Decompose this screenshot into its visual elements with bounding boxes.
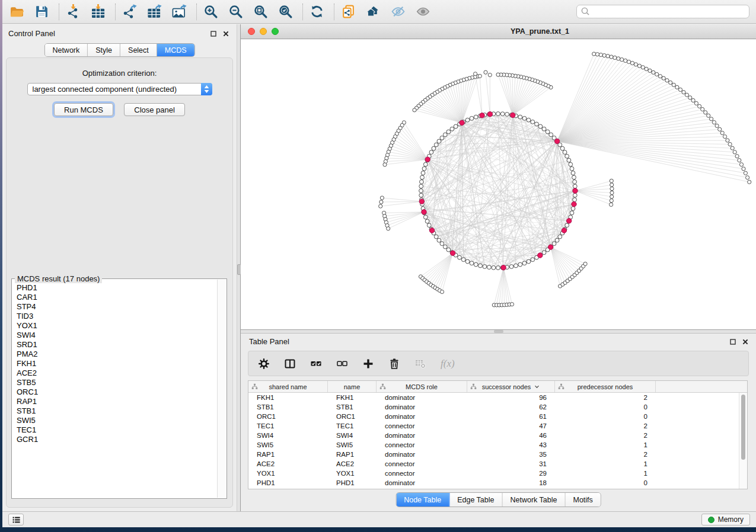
tab-style[interactable]: Style <box>88 44 120 56</box>
mcds-result-item[interactable]: GCR1 <box>17 435 217 444</box>
cell: ACE2 <box>328 459 377 469</box>
network-canvas[interactable] <box>241 40 756 329</box>
mcds-result-item[interactable]: STB5 <box>17 378 217 387</box>
mcds-result-item[interactable]: ACE2 <box>17 368 217 378</box>
table-row[interactable]: YOX1YOX1connector291 <box>248 469 747 478</box>
delete-column-button[interactable] <box>388 358 400 370</box>
table-row[interactable]: FKH1FKH1dominator962 <box>248 393 747 402</box>
table-row[interactable]: ORC1ORC1dominator610 <box>248 412 747 421</box>
table-scrollbar[interactable] <box>739 393 747 489</box>
mcds-result-item[interactable]: TEC1 <box>17 425 217 435</box>
export-table-button[interactable] <box>146 4 162 20</box>
cell: connector <box>377 469 467 478</box>
mcds-result-scrollbar[interactable] <box>217 280 226 498</box>
table-panel: Table Panel f(x) shared namenameMCDS rol… <box>241 334 756 511</box>
import-network-button[interactable] <box>65 4 81 20</box>
table-row[interactable]: TEC1TEC1connector472 <box>248 421 747 431</box>
close-panel-button[interactable]: Close panel <box>124 103 185 116</box>
task-history-button[interactable] <box>8 514 24 525</box>
tab-edge-table[interactable]: Edge Table <box>449 493 502 507</box>
list-icon <box>11 515 21 525</box>
window-close-button[interactable] <box>248 28 255 35</box>
mcds-result-box: MCDS result (17 nodes) PHD1CAR1STP4TID3Y… <box>11 278 227 499</box>
tab-motifs[interactable]: Motifs <box>565 493 600 507</box>
window-minimize-button[interactable] <box>260 28 267 35</box>
cell: SWI4 <box>248 431 328 440</box>
save-session-button[interactable] <box>34 4 50 20</box>
mcds-result-item[interactable]: SRD1 <box>17 340 217 350</box>
float-panel-icon[interactable] <box>210 30 217 37</box>
mcds-result-item[interactable]: SWI4 <box>17 331 217 340</box>
network-window-title: YPA_prune.txt_1 <box>511 27 569 36</box>
run-mcds-button[interactable]: Run MCDS <box>54 103 113 116</box>
memory-button[interactable]: Memory <box>701 514 750 525</box>
table-scrollbar-thumb[interactable] <box>741 395 745 460</box>
tab-node-table[interactable]: Node Table <box>396 493 449 507</box>
window-zoom-button[interactable] <box>272 28 279 35</box>
search-box[interactable] <box>576 5 749 18</box>
cell-filler <box>656 393 747 402</box>
refresh-view-button[interactable] <box>309 4 325 20</box>
show-all-button[interactable] <box>415 4 431 20</box>
attribute-tree-icon <box>251 383 258 390</box>
column-header-successor-nodes[interactable]: successor nodes <box>467 381 555 392</box>
optimization-criterion-select[interactable]: largest connected component (undirected) <box>27 83 212 95</box>
search-input[interactable] <box>591 7 745 17</box>
mcds-result-item[interactable]: STB1 <box>17 406 217 416</box>
new-network-from-selection-button[interactable] <box>340 4 356 20</box>
tab-network[interactable]: Network <box>44 44 88 56</box>
mcds-result-item[interactable]: RAP1 <box>17 397 217 406</box>
zoom-in-button[interactable] <box>203 4 219 20</box>
hide-selected-button[interactable] <box>390 4 406 20</box>
attribute-tree-icon <box>470 383 477 390</box>
column-settings-button[interactable] <box>258 358 270 370</box>
first-neighbors-button[interactable] <box>365 4 381 20</box>
mcds-result-item[interactable]: ORC1 <box>17 387 217 397</box>
mcds-result-item[interactable]: YOX1 <box>17 321 217 331</box>
table-row[interactable]: STB1STB1dominator620 <box>248 402 747 412</box>
mcds-result-item[interactable]: CAR1 <box>17 293 217 302</box>
cell: ORC1 <box>328 412 377 421</box>
vertical-splitter[interactable] <box>237 24 241 511</box>
toolbar-separator <box>59 4 59 20</box>
mcds-result-item[interactable]: FKH1 <box>17 359 217 368</box>
table-row[interactable]: SWI5SWI5connector431 <box>248 440 747 450</box>
table-row[interactable]: RAP1RAP1dominator352 <box>248 450 747 459</box>
export-network-button[interactable] <box>122 4 138 20</box>
close-panel-icon[interactable] <box>742 338 749 345</box>
mcds-result-item[interactable]: STP4 <box>17 302 217 312</box>
float-panel-icon[interactable] <box>729 338 736 345</box>
mcds-result-item[interactable]: PMA2 <box>17 350 217 359</box>
toggle-panel-split-button[interactable] <box>284 358 296 370</box>
table-header-row: shared namenameMCDS rolesuccessor nodesp… <box>248 381 747 393</box>
deselect-all-rows-button[interactable] <box>336 358 348 370</box>
table-row[interactable]: SWI4SWI4dominator462 <box>248 431 747 440</box>
import-table-button[interactable] <box>90 4 106 20</box>
column-header-name[interactable]: name <box>328 381 377 392</box>
column-header-MCDS-role[interactable]: MCDS role <box>377 381 467 392</box>
table-row[interactable]: PHD1PHD1dominator180 <box>248 478 747 488</box>
table-row[interactable]: ACE2ACE2connector311 <box>248 459 747 469</box>
zoom-selected-button[interactable] <box>277 4 294 20</box>
horizontal-splitter[interactable] <box>241 329 756 334</box>
splitter-grip[interactable] <box>494 330 503 333</box>
attribute-tree-icon <box>558 383 564 390</box>
close-panel-icon[interactable] <box>222 30 229 37</box>
select-all-rows-button[interactable] <box>310 358 322 370</box>
column-header-shared-name[interactable]: shared name <box>248 381 328 392</box>
export-image-button[interactable] <box>171 4 187 20</box>
mcds-result-list[interactable]: PHD1CAR1STP4TID3YOX1SWI4SRD1PMA2FKH1ACE2… <box>12 280 217 498</box>
column-header-predecessor-nodes[interactable]: predecessor nodes <box>555 381 656 392</box>
hide-selected-icon <box>391 4 406 19</box>
open-session-button[interactable] <box>9 4 25 20</box>
tab-mcds[interactable]: MCDS <box>157 44 194 56</box>
mcds-result-item[interactable]: PHD1 <box>17 283 217 293</box>
add-column-button[interactable] <box>362 358 374 370</box>
attribute-tree-icon <box>379 383 386 390</box>
tab-select[interactable]: Select <box>120 44 157 56</box>
zoom-fit-button[interactable] <box>253 4 269 20</box>
mcds-result-item[interactable]: SWI5 <box>17 416 217 425</box>
mcds-result-item[interactable]: TID3 <box>17 312 217 321</box>
zoom-out-button[interactable] <box>228 4 244 20</box>
tab-network-table[interactable]: Network Table <box>503 493 566 507</box>
